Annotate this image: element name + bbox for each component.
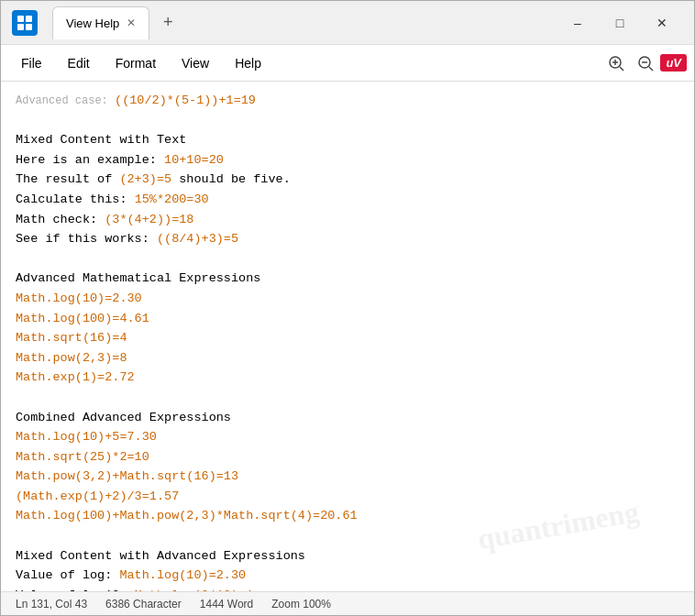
line1: Here is an example: 10+10=20 [16,150,679,170]
math5: Math.exp(1)=2.72 [16,368,679,388]
active-tab[interactable]: View Help ✕ [52,6,149,39]
zoom-in-button[interactable] [601,49,631,78]
line4: Math check: (3*(4+2))=18 [16,210,679,230]
zoom-in-icon [608,55,624,72]
character-count: 6386 Character [105,598,182,610]
word-count: 1444 Word [200,598,253,610]
math4: Math.pow(2,3)=8 [16,348,679,368]
math2: Math.log(100)=4.61 [16,309,679,329]
menu-view[interactable]: View [169,52,222,74]
app-icon [12,10,38,36]
minimize-button[interactable]: – [557,8,599,38]
window-controls: – □ ✕ [557,8,683,38]
menu-format[interactable]: Format [103,52,169,74]
status-bar: Ln 131, Col 43 6386 Character 1444 Word … [1,591,694,615]
menu-edit[interactable]: Edit [55,52,103,74]
section2-title: Advanced Mathematical Expressions [16,269,679,289]
mixed1: Value of log: Math.log(10)=2.30 [16,566,679,586]
menu-bar: File Edit Format View Help uV [1,45,694,82]
section1-title: Mixed Content with Text [16,130,679,150]
zoom-out-icon [637,55,654,72]
ln-col-indicator: Ln 131, Col 43 [16,598,87,610]
maximize-button[interactable]: □ [599,8,641,38]
tab-label: View Help [66,16,119,30]
menu-file[interactable]: File [8,52,55,74]
tab-close-button[interactable]: ✕ [127,16,136,29]
svg-line-5 [649,67,653,71]
line5: See if this works: ((8/4)+3)=5 [16,229,679,249]
line2: The result of (2+3)=5 should be five. [16,170,679,190]
comb5: Math.log(100)+Math.pow(2,3)*Math.sqrt(4)… [16,506,679,526]
svg-line-1 [620,67,623,71]
menu-help[interactable]: Help [222,52,274,74]
main-window: View Help ✕ + – □ ✕ File Edit Format Vie… [0,0,695,616]
math3: Math.sqrt(16)=4 [16,328,679,348]
title-bar: View Help ✕ + – □ ✕ [1,1,694,45]
text-content[interactable]: Advanced case: ((10/2)*(5-1))+1=19 Mixed… [1,82,694,591]
comb1: Math.log(10)+5=7.30 [16,427,679,447]
math1: Math.log(10)=2.30 [16,289,679,309]
zoom-out-button[interactable] [631,49,660,78]
section3-title: Combined Advanced Expressions [16,408,679,428]
section4-title: Mixed Content with Advanced Expressions [16,546,679,566]
advanced-case-line: Advanced case: ((10/2)*(5-1))+1=19 [16,91,679,111]
add-tab-button[interactable]: + [153,8,182,38]
uv-badge: uV [660,54,687,72]
comb4: (Math.exp(1)+2)/3=1.57 [16,487,679,507]
comb2: Math.sqrt(25)*2=10 [16,447,679,468]
close-button[interactable]: ✕ [641,8,683,38]
comb3: Math.pow(3,2)+Math.sqrt(16)=13 [16,467,679,487]
zoom-level: Zoom 100% [271,598,331,610]
line3: Calculate this: 15%*200=30 [16,190,679,210]
